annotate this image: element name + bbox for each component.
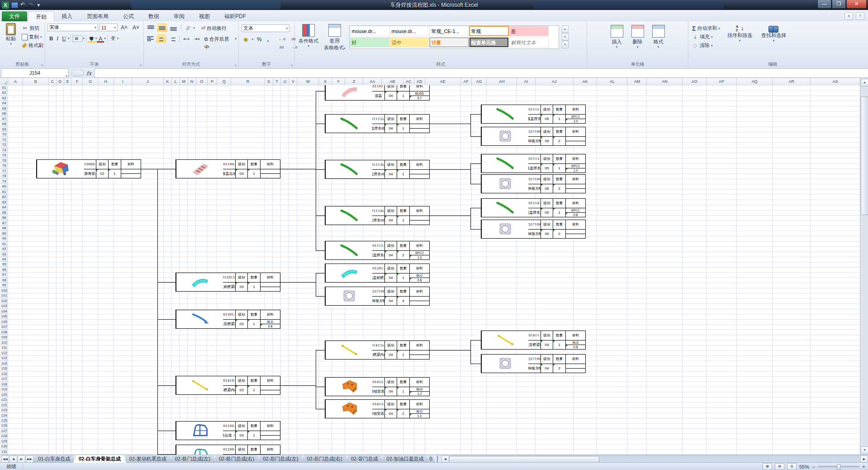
zoom-slider[interactable] [818, 466, 859, 467]
formula-input[interactable] [94, 68, 868, 78]
format-painter-button[interactable]: 格式刷 [22, 41, 43, 50]
row-header-101[interactable]: 101 [0, 293, 8, 298]
gallery-scroll-down[interactable]: ▼ [562, 33, 569, 41]
phonetic-button[interactable]: 变 [109, 34, 117, 43]
currency-dropdown[interactable]: ▾ [251, 38, 253, 41]
row-header-87[interactable]: 87 [0, 221, 8, 225]
row-header-108[interactable]: 108 [0, 330, 8, 335]
row-header-100[interactable]: 100 [0, 288, 8, 293]
row-header-127[interactable]: 127 [0, 428, 8, 433]
column-header-A[interactable]: A [8, 78, 23, 85]
column-header-R[interactable]: R [231, 78, 265, 85]
column-header-C[interactable]: C [49, 78, 57, 85]
clear-button[interactable]: ◇清除▾ [692, 41, 720, 50]
tab-file[interactable]: 文件 [2, 11, 27, 21]
row-header-72[interactable]: 72 [0, 142, 8, 147]
page-break-view-button[interactable]: ▥ [787, 463, 797, 470]
row-header-69[interactable]: 69 [0, 127, 8, 132]
row-header-89[interactable]: 89 [0, 231, 8, 236]
row-header-115[interactable]: 115 [0, 366, 8, 371]
row-header-103[interactable]: 103 [0, 303, 8, 308]
save-icon[interactable] [11, 2, 18, 8]
page-layout-view-button[interactable]: ▤ [775, 463, 784, 470]
help-icon[interactable]: ? [856, 12, 864, 20]
column-header-S[interactable]: S [265, 78, 273, 85]
normal-view-button[interactable]: ▦ [763, 463, 772, 470]
sheet-grid[interactable]: BM-8010000-10B02级别数量材料白车身骨架总成021BM-87011… [8, 85, 860, 455]
row-header-76[interactable]: 76 [0, 163, 8, 168]
zoom-out-button[interactable]: − [812, 464, 815, 470]
row-header-111[interactable]: 111 [0, 345, 8, 350]
row-header-75[interactable]: 75 [0, 158, 8, 163]
column-header-G[interactable]: G [83, 78, 98, 85]
column-header-D[interactable]: D [57, 78, 64, 85]
phonetic-dropdown[interactable]: ▾ [117, 37, 119, 40]
cut-button[interactable]: ✂剪切 [22, 24, 43, 33]
row-header-92[interactable]: 92 [0, 246, 8, 251]
row-header-91[interactable]: 91 [0, 241, 8, 246]
column-header-AB[interactable]: AB [382, 78, 403, 85]
tab-公式[interactable]: 公式 [116, 11, 141, 21]
column-header-X[interactable]: X [319, 78, 332, 85]
row-header-118[interactable]: 118 [0, 382, 8, 387]
row-header-99[interactable]: 99 [0, 283, 8, 288]
scroll-up-arrow[interactable]: ▲ [861, 79, 868, 86]
cell-style-常规[interactable]: 常规 [469, 26, 509, 36]
row-header-78[interactable]: 78 [0, 173, 8, 178]
scroll-right-arrow[interactable]: ▶ [860, 456, 868, 462]
row-header-95[interactable]: 95 [0, 262, 8, 267]
insert-cells-button[interactable]: 插入▾ [609, 24, 625, 63]
row-header-88[interactable]: 88 [0, 225, 8, 230]
column-header-W[interactable]: W [297, 78, 319, 85]
align-middle-button[interactable] [157, 24, 167, 32]
alignment-dialog-launcher[interactable]: ↘ [234, 63, 237, 67]
row-header-84[interactable]: 84 [0, 205, 8, 210]
format-as-table-button[interactable]: 套用 表格格式▾ [322, 23, 347, 52]
name-box[interactable]: J154▾ [1, 68, 69, 78]
row-header-67[interactable]: 67 [0, 116, 8, 121]
copy-button[interactable]: 复制▾ [22, 33, 43, 41]
row-header-109[interactable]: 109 [0, 335, 8, 340]
column-header-AE[interactable]: AE [425, 78, 461, 85]
find-select-button[interactable]: 查找和选择▾ [759, 24, 788, 59]
borders-button[interactable]: ⊞ [72, 35, 83, 42]
row-header-85[interactable]: 85 [0, 210, 8, 215]
row-header-64[interactable]: 64 [0, 101, 8, 106]
font-size-select[interactable]: 11▾ [100, 24, 118, 31]
sort-filter-button[interactable]: AZ⭣ 排序和筛选▾ [726, 24, 754, 59]
column-header-P[interactable]: P [208, 78, 218, 85]
column-header-Q[interactable]: Q [217, 78, 231, 85]
align-center-button[interactable] [157, 34, 166, 43]
paste-button[interactable]: 粘贴▾ [0, 22, 22, 61]
column-header-AC[interactable]: AC [403, 78, 414, 85]
font-dialog-launcher[interactable]: ↘ [139, 63, 142, 67]
zoom-in-button[interactable]: + [862, 464, 865, 470]
tab-数据[interactable]: 数据 [141, 11, 166, 21]
vertical-scroll-thumb[interactable] [861, 96, 868, 215]
row-header-98[interactable]: 98 [0, 278, 8, 283]
sheet-tab-02-背门总成[interactable]: 02-背门总成 [346, 455, 384, 462]
number-dialog-launcher[interactable]: ↘ [290, 63, 293, 67]
percent-format-button[interactable]: % [255, 35, 264, 43]
row-header-105[interactable]: 105 [0, 314, 8, 319]
column-header-AN[interactable]: AN [647, 78, 683, 85]
decrease-indent-button[interactable]: ⇤≡ [182, 35, 191, 43]
row-header-70[interactable]: 70 [0, 132, 8, 137]
clipboard-dialog-launcher[interactable]: ↘ [40, 63, 43, 67]
row-header-124[interactable]: 124 [0, 413, 8, 418]
column-header-AP[interactable]: AP [707, 78, 737, 85]
cell-style-mouse.dr...[interactable]: mouse.dr... [350, 26, 389, 36]
sheet-tab-02-前门总成(右)[interactable]: 02-前门总成(右) [213, 455, 260, 462]
scroll-left-arrow[interactable]: ◀ [442, 456, 449, 462]
row-header-63[interactable]: 63 [0, 96, 8, 101]
row-header-82[interactable]: 82 [0, 194, 8, 199]
column-header-AK[interactable]: AK [574, 78, 598, 85]
increase-indent-button[interactable]: ⇥≡ [192, 35, 202, 43]
column-header-U[interactable]: U [281, 78, 289, 85]
column-header-AF[interactable]: AF [461, 78, 472, 85]
column-header-O[interactable]: O [196, 78, 208, 85]
row-header-73[interactable]: 73 [0, 148, 8, 153]
row-header-129[interactable]: 129 [0, 439, 8, 444]
row-header-94[interactable]: 94 [0, 257, 8, 262]
column-header-N[interactable]: N [188, 78, 196, 85]
